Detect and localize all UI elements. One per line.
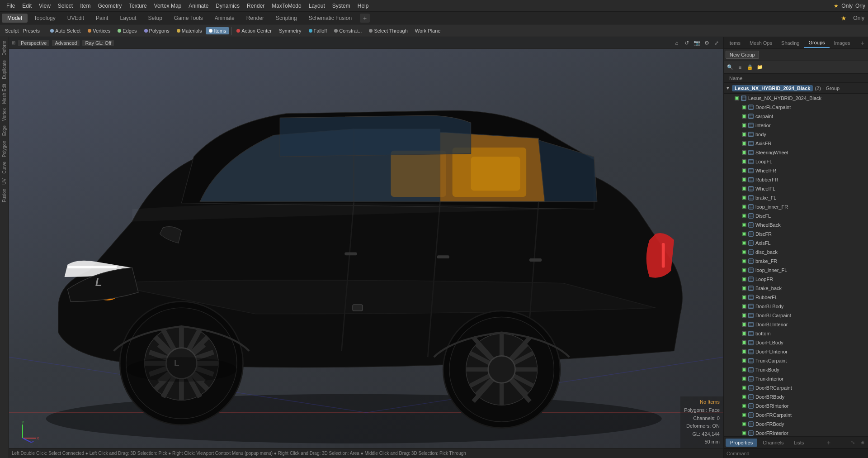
list-item[interactable]: WheelFL — [724, 184, 868, 193]
sidebar-item-duplicate[interactable]: Duplicate — [1, 58, 8, 81]
sidebar-item-deform[interactable]: Deform — [1, 39, 8, 57]
tab-setup[interactable]: Setup — [142, 14, 167, 23]
item-visibility-toggle[interactable] — [742, 295, 746, 300]
list-item[interactable]: disc_back — [724, 248, 868, 257]
list-item[interactable]: DiscFL — [724, 211, 868, 220]
list-item[interactable]: DoorFRInterior — [724, 429, 868, 436]
list-item[interactable]: TrunkCarpaint — [724, 356, 868, 365]
list-item[interactable]: Brake_back — [724, 284, 868, 293]
item-visibility-toggle[interactable] — [742, 123, 746, 128]
item-visibility-toggle[interactable] — [742, 150, 746, 155]
menu-system[interactable]: System — [329, 2, 354, 10]
sidebar-item-curve[interactable]: Curve — [1, 160, 8, 176]
add-panel-tab[interactable]: + — [857, 39, 868, 47]
tab-animate[interactable]: Animate — [209, 14, 240, 23]
list-item[interactable]: DoorBRCarpaint — [724, 383, 868, 392]
sidebar-item-vertex[interactable]: Vertex — [1, 106, 8, 123]
sidebar-item-edge[interactable]: Edge — [1, 124, 8, 138]
list-item[interactable]: DoorFRBody — [724, 420, 868, 429]
grid-icon[interactable]: ⊞ — [859, 439, 866, 446]
item-visibility-toggle[interactable] — [742, 340, 746, 345]
list-item[interactable]: RubberFR — [724, 175, 868, 184]
item-visibility-toggle[interactable] — [742, 367, 746, 372]
menu-render[interactable]: Render — [243, 2, 268, 10]
new-group-button[interactable]: New Group — [726, 51, 759, 59]
item-visibility-toggle[interactable] — [742, 186, 746, 191]
tab-layout[interactable]: Layout — [114, 14, 142, 23]
list-item[interactable]: loop_inner_FL — [724, 266, 868, 275]
item-visibility-toggle[interactable] — [742, 313, 746, 318]
item-visibility-toggle[interactable] — [742, 132, 746, 137]
list-item[interactable]: DoorFLCarpaint — [724, 103, 868, 112]
materials-button[interactable]: Materials — [174, 27, 205, 34]
item-visibility-toggle[interactable] — [742, 241, 746, 245]
constrain-button[interactable]: Constrai... — [331, 27, 365, 34]
list-item[interactable]: DiscFR — [724, 229, 868, 239]
select-through-button[interactable]: Select Through — [366, 27, 410, 34]
item-visibility-toggle[interactable] — [742, 168, 746, 173]
search-btn[interactable]: 🔍 — [726, 63, 735, 72]
list-item[interactable]: DoorBRBody — [724, 392, 868, 401]
list-item[interactable]: DoorBLBody — [724, 302, 868, 311]
item-visibility-toggle[interactable] — [742, 105, 746, 110]
menu-select[interactable]: Select — [54, 2, 76, 10]
item-visibility-toggle[interactable] — [742, 404, 746, 408]
list-item[interactable]: WheelBack — [724, 220, 868, 229]
menu-layout[interactable]: Layout — [305, 2, 329, 10]
falloff-button[interactable]: Falloff — [306, 27, 330, 34]
list-item[interactable]: DoorFRCarpaint — [724, 410, 868, 420]
properties-tab[interactable]: Properties — [726, 439, 757, 447]
item-visibility-toggle[interactable] — [742, 349, 746, 354]
channels-tab[interactable]: Channels — [758, 439, 788, 447]
list-item[interactable]: WheelFR — [724, 166, 868, 175]
viewport-icon-settings[interactable]: ⚙ — [703, 39, 711, 47]
list-item[interactable]: loop_inner_FR — [724, 202, 868, 211]
tab-scripting[interactable]: Scripting — [270, 14, 302, 23]
expand-icon[interactable]: ⤡ — [849, 439, 857, 446]
viewport-icon-camera[interactable]: 📷 — [693, 39, 701, 47]
item-visibility-toggle[interactable] — [742, 177, 746, 182]
item-visibility-toggle[interactable] — [742, 232, 746, 236]
menu-dynamics[interactable]: Dynamics — [212, 2, 243, 10]
sidebar-item-polygon[interactable]: Polygon — [1, 139, 8, 159]
group-expand-icon[interactable]: ▼ — [726, 86, 730, 91]
list-item[interactable]: AxisFL — [724, 239, 868, 248]
item-visibility-toggle[interactable] — [742, 386, 746, 390]
viewport-icon-fullscreen[interactable]: ⤢ — [712, 39, 721, 47]
vertices-button[interactable]: Vertices — [85, 27, 113, 34]
menu-texture[interactable]: Texture — [125, 2, 150, 10]
tab-game-tools[interactable]: Game Tools — [169, 14, 208, 23]
list-item[interactable]: DoorFLBody — [724, 338, 868, 347]
item-visibility-toggle[interactable] — [742, 422, 746, 426]
list-item[interactable]: Lexus_NX_HYBRID_2024_Black — [724, 94, 868, 103]
tab-topology[interactable]: Topology — [28, 14, 61, 23]
item-visibility-toggle[interactable] — [742, 286, 746, 291]
list-item[interactable]: bottom — [724, 329, 868, 338]
list-item[interactable]: body — [724, 130, 868, 139]
item-visibility-toggle[interactable] — [742, 141, 746, 146]
viewport-icon-refresh[interactable]: ↺ — [683, 39, 691, 47]
item-visibility-toggle[interactable] — [742, 358, 746, 363]
list-item[interactable]: LoopFL — [724, 157, 868, 166]
tab-render[interactable]: Render — [241, 14, 269, 23]
list-item[interactable]: AxisFR — [724, 139, 868, 148]
tab-uvedit[interactable]: UVEdit — [62, 14, 90, 23]
menu-file[interactable]: File — [3, 2, 19, 10]
edges-button[interactable]: Edges — [114, 27, 140, 34]
list-item[interactable]: TrunkBody — [724, 365, 868, 374]
tab-model[interactable]: Model — [2, 14, 28, 23]
add-bottom-tab[interactable]: + — [825, 439, 832, 446]
item-visibility-toggle[interactable] — [742, 159, 746, 164]
sidebar-item-fusion[interactable]: Fusion — [1, 187, 8, 204]
item-visibility-toggle[interactable] — [742, 304, 746, 309]
scene-list[interactable]: Lexus_NX_HYBRID_2024_BlackDoorFLCarpaint… — [724, 94, 868, 436]
tab-mesh-ops[interactable]: Mesh Ops — [745, 38, 777, 48]
list-item[interactable]: DoorBRInterior — [724, 401, 868, 410]
auto-select-button[interactable]: Auto Select — [47, 27, 84, 34]
sidebar-item-uv[interactable]: UV — [1, 177, 8, 186]
item-visibility-toggle[interactable] — [742, 395, 746, 399]
item-visibility-toggle[interactable] — [742, 259, 746, 263]
item-visibility-toggle[interactable] — [742, 331, 746, 336]
list-item[interactable]: DoorBLInterior — [724, 320, 868, 329]
tab-paint[interactable]: Paint — [90, 14, 113, 23]
